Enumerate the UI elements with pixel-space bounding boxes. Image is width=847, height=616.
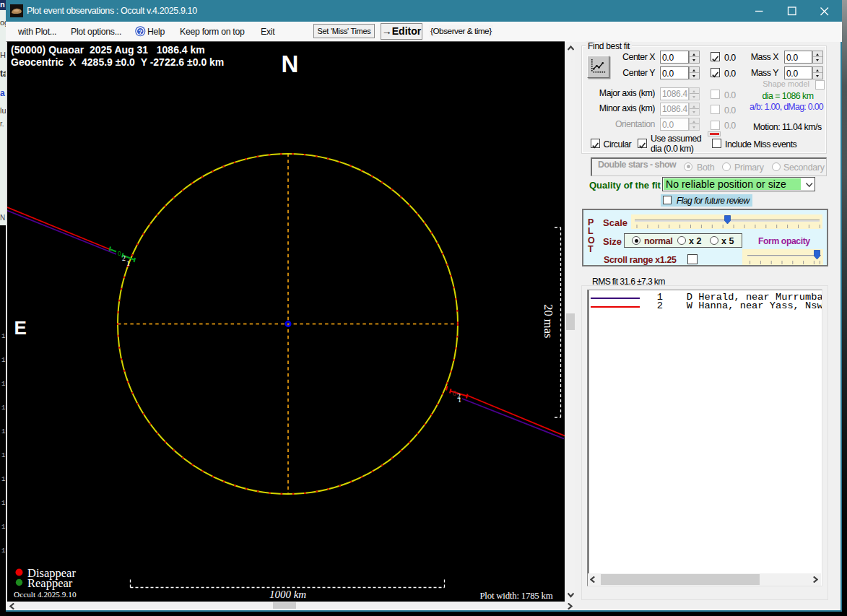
svg-text:0: 0 [118,250,121,257]
svg-text:(50000) Quaoar 2025 Aug 31: (50000) Quaoar 2025 Aug 31 1086.4 km [11,44,205,56]
svg-text:N: N [282,51,299,77]
svg-text:Plot width: 1785 km: Plot width: 1785 km [479,591,552,601]
svg-text:1: 1 [126,259,130,267]
svg-text:Geocentric X 4285.9 ±0.0 Y: Geocentric X 4285.9 ±0.0 Y -2722.6 ±0.0 … [11,56,224,68]
svg-text:?: ? [138,27,142,35]
svg-text:1000 km: 1000 km [269,589,306,600]
svg-text:1: 1 [458,396,461,404]
svg-text:20 mas: 20 mas [542,304,555,338]
svg-text:0: 0 [453,389,457,397]
svg-text:Reappear: Reappear [27,576,73,590]
svg-text:Occult 4.2025.9.10: Occult 4.2025.9.10 [14,590,77,599]
svg-text:E: E [14,317,27,339]
svg-text:2: 2 [122,254,126,262]
